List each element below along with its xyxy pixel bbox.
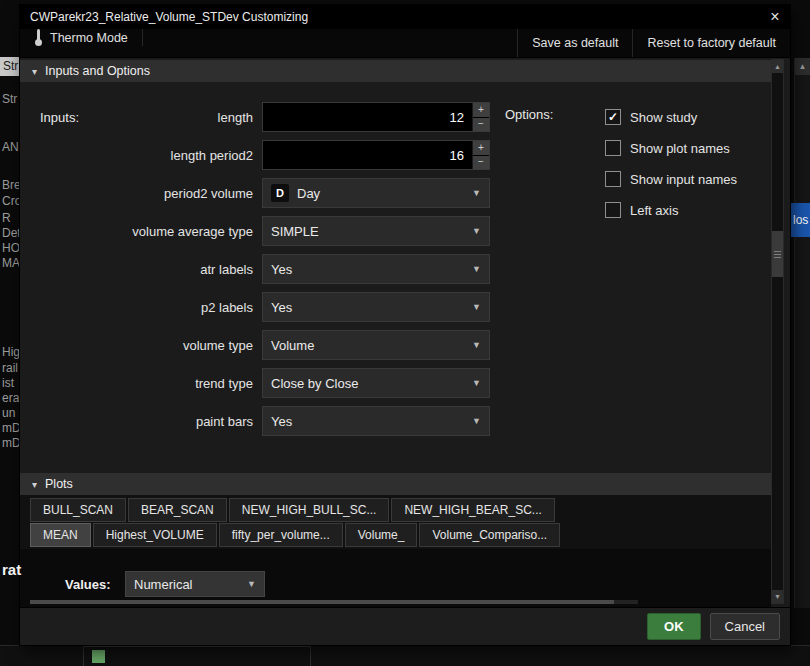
dropdown-value: Yes <box>271 300 464 315</box>
table-border <box>310 646 311 666</box>
reset-to-factory-default-button[interactable]: Reset to factory default <box>632 29 790 57</box>
options-heading: Options: <box>505 107 580 220</box>
checkbox-icon[interactable]: ✓ <box>605 109 621 125</box>
cancel-button[interactable]: Cancel <box>710 613 780 640</box>
plot-tab-volume[interactable]: Volume_ <box>345 523 418 547</box>
increment-icon[interactable]: + <box>473 103 489 117</box>
dropdown-arrow-icon: ▼ <box>247 579 256 589</box>
decrement-icon[interactable]: − <box>473 118 489 132</box>
length-period2-input[interactable] <box>263 141 472 169</box>
decrement-icon[interactable]: − <box>473 156 489 170</box>
plot-tab-fifty-per-volume[interactable]: fifty_per_volume... <box>219 523 343 547</box>
values-dropdown[interactable]: Numerical ▼ <box>125 571 265 597</box>
app-scrollbar[interactable]: ▲ <box>794 58 810 608</box>
plot-tab-bull-scan[interactable]: BULL_SCAN <box>30 498 126 522</box>
input-label: volume average type <box>20 224 262 239</box>
study-customizing-dialog: CWParekr23_Relative_Volume_STDev Customi… <box>20 5 790 645</box>
background-table <box>0 645 810 666</box>
chevron-down-icon: ▾ <box>32 479 37 490</box>
plot-values-panel: Values: Numerical ▼ <box>20 549 771 607</box>
thermo-mode-button[interactable]: Thermo Mode <box>20 29 143 46</box>
inputs-options-panel: Inputs: length + − length per <box>20 82 771 471</box>
dialog-scrollbar[interactable]: ▲ ▼ <box>771 59 784 604</box>
input-row: volume average type SIMPLE ▼ <box>20 216 771 246</box>
table-border <box>83 646 311 647</box>
input-label: period2 volume <box>20 186 262 201</box>
trend-type-dropdown[interactable]: Close by Close ▼ <box>262 368 490 398</box>
checkbox-icon[interactable] <box>605 202 621 218</box>
input-label: atr labels <box>20 262 262 277</box>
check-icon: ✓ <box>608 111 618 123</box>
dialog-title: CWParekr23_Relative_Volume_STDev Customi… <box>20 10 760 24</box>
p2-labels-dropdown[interactable]: Yes ▼ <box>262 292 490 322</box>
thermo-mode-label: Thermo Mode <box>50 31 128 45</box>
background-fragment: un <box>2 406 15 420</box>
plots-section-header[interactable]: ▾ Plots <box>20 473 771 495</box>
scrollbar-track[interactable] <box>772 73 783 590</box>
background-fragment: mD <box>2 436 21 450</box>
checkbox-icon[interactable] <box>605 171 621 187</box>
dropdown-value: SIMPLE <box>271 224 464 239</box>
ok-button[interactable]: OK <box>647 613 701 640</box>
close-icon[interactable]: × <box>760 5 790 29</box>
checkbox-label: Show plot names <box>630 141 730 156</box>
plot-tab-volume-comparison[interactable]: Volume_Compariso... <box>419 523 560 547</box>
increment-icon[interactable]: + <box>473 141 489 155</box>
thermometer-icon <box>34 29 43 46</box>
dialog-body: ▾ Inputs and Options Inputs: length + − <box>20 58 790 607</box>
volume-average-type-dropdown[interactable]: SIMPLE ▼ <box>262 216 490 246</box>
checkbox-show-input-names[interactable]: Show input names <box>605 169 737 189</box>
length-input[interactable] <box>263 103 472 131</box>
dropdown-value: Volume <box>271 338 464 353</box>
background-fragment: rat <box>2 561 21 578</box>
checkbox-show-plot-names[interactable]: Show plot names <box>605 138 737 158</box>
checkbox-label: Show input names <box>630 172 737 187</box>
section-title: Inputs and Options <box>45 64 150 78</box>
checkbox-show-study[interactable]: ✓ Show study <box>605 107 737 127</box>
scrollbar-thumb[interactable] <box>30 600 614 604</box>
checkbox-left-axis[interactable]: Left axis <box>605 200 737 220</box>
dropdown-value: Yes <box>271 414 464 429</box>
scrollbar-thumb[interactable] <box>772 231 783 277</box>
checkbox-icon[interactable] <box>605 140 621 156</box>
plot-tab-new-high-bull-scan[interactable]: NEW_HIGH_BULL_SC... <box>229 498 390 522</box>
aggregation-badge: D <box>271 184 289 202</box>
length-period2-spinner[interactable]: + − <box>262 140 490 170</box>
scroll-up-icon[interactable]: ▲ <box>795 58 810 75</box>
save-as-default-button[interactable]: Save as default <box>517 29 632 57</box>
input-row: p2 labels Yes ▼ <box>20 292 771 322</box>
dropdown-arrow-icon: ▼ <box>472 188 481 198</box>
inputs-options-section-header[interactable]: ▾ Inputs and Options <box>20 60 771 82</box>
horizontal-scrollbar[interactable] <box>30 600 638 604</box>
dropdown-value: Numerical <box>134 577 239 592</box>
dropdown-arrow-icon: ▼ <box>472 264 481 274</box>
background-fragment: mD <box>2 421 21 435</box>
background-fragment: MA <box>2 256 20 270</box>
dialog-toolbar: Thermo Mode Save as default Reset to fac… <box>20 29 790 58</box>
plot-tabs: BULL_SCAN BEAR_SCAN NEW_HIGH_BULL_SC... … <box>20 495 771 549</box>
dialog-titlebar[interactable]: CWParekr23_Relative_Volume_STDev Customi… <box>20 5 790 29</box>
dropdown-arrow-icon: ▼ <box>472 340 481 350</box>
dropdown-arrow-icon: ▼ <box>472 302 481 312</box>
period2-volume-dropdown[interactable]: D Day ▼ <box>262 178 490 208</box>
volume-type-dropdown[interactable]: Volume ▼ <box>262 330 490 360</box>
input-row: volume type Volume ▼ <box>20 330 771 360</box>
input-label: paint bars <box>20 414 262 429</box>
plot-tab-bear-scan[interactable]: BEAR_SCAN <box>128 498 227 522</box>
input-row: trend type Close by Close ▼ <box>20 368 771 398</box>
green-status-cell <box>92 650 105 663</box>
checkbox-label: Show study <box>630 110 697 125</box>
scroll-down-icon[interactable]: ▼ <box>772 590 783 603</box>
length-spinner[interactable]: + − <box>262 102 490 132</box>
plot-tab-new-high-bear-scan[interactable]: NEW_HIGH_BEAR_SC... <box>391 498 554 522</box>
scroll-up-icon[interactable]: ▲ <box>772 60 783 73</box>
plot-tab-highest-volume[interactable]: Highest_VOLUME <box>93 523 217 547</box>
paint-bars-dropdown[interactable]: Yes ▼ <box>262 406 490 436</box>
input-label: trend type <box>20 376 262 391</box>
options-panel: Options: ✓ Show study Show plot names <box>505 107 737 220</box>
values-label: Values: <box>65 577 111 592</box>
plot-tab-mean[interactable]: MEAN <box>30 523 91 547</box>
dropdown-arrow-icon: ▼ <box>472 226 481 236</box>
dialog-footer: OK Cancel <box>20 607 790 645</box>
atr-labels-dropdown[interactable]: Yes ▼ <box>262 254 490 284</box>
